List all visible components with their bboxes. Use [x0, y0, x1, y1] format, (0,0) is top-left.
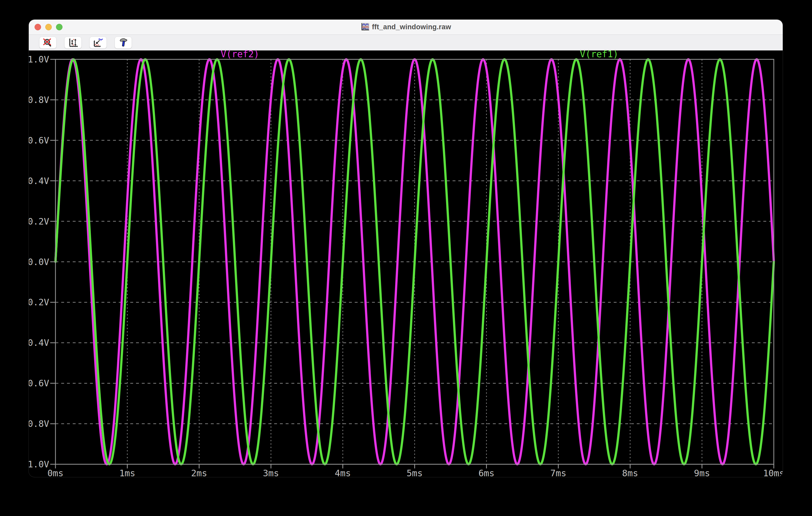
y-tick-label: 0.2V — [29, 216, 49, 226]
y-tick-label: 0.4V — [29, 176, 49, 186]
y-tick-label: -1.0V — [29, 459, 49, 469]
x-tick-label: 5ms — [407, 468, 423, 477]
waveform-viewer-window: fft_and_windowing.raw — [29, 20, 783, 477]
trace-label-vref1[interactable]: V(ref1) — [580, 49, 619, 59]
x-tick-label: 9ms — [694, 468, 710, 477]
y-tick-label: 0.0V — [29, 257, 49, 267]
x-tick-label: 2ms — [191, 468, 207, 477]
x-tick-label: 4ms — [335, 468, 351, 477]
y-tick-label: -0.4V — [29, 337, 49, 348]
x-tick-label: 0ms — [47, 468, 63, 477]
y-tick-label: -0.8V — [29, 419, 49, 429]
desktop: { "window": { "title": "fft_and_windowin… — [0, 0, 812, 516]
y-tick-label: 0.6V — [29, 135, 49, 146]
y-tick-label: 0.8V — [29, 95, 49, 105]
x-tick-label: 3ms — [263, 468, 279, 477]
waveform-plot[interactable]: 0ms1ms2ms3ms4ms5ms6ms7ms8ms9ms10ms1.0V0.… — [29, 20, 783, 477]
y-tick-label: 1.0V — [29, 54, 49, 65]
x-tick-label: 6ms — [478, 468, 494, 477]
x-tick-label: 7ms — [550, 468, 566, 477]
trace-label-vref2[interactable]: V(ref2) — [221, 49, 260, 59]
x-tick-label: 1ms — [119, 468, 135, 477]
y-tick-label: -0.6V — [29, 378, 49, 389]
y-tick-label: -0.2V — [29, 297, 49, 307]
x-tick-label: 10ms — [763, 468, 783, 477]
x-tick-label: 8ms — [622, 468, 638, 477]
